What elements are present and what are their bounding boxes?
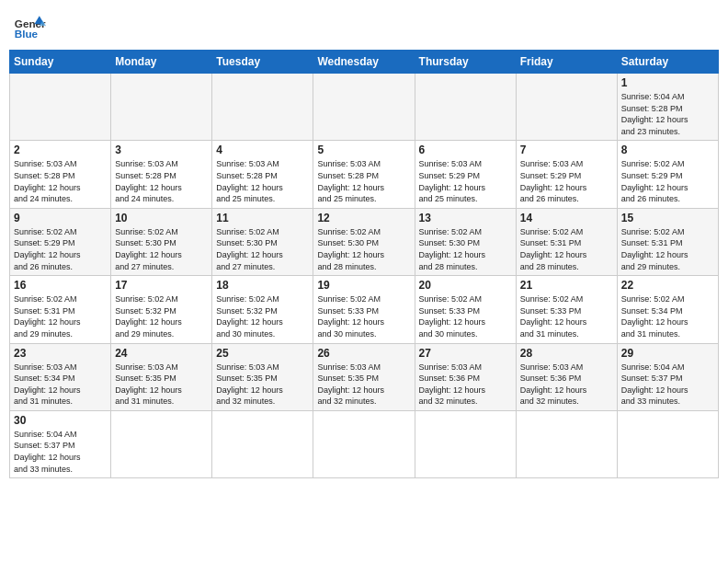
- day-number: 8: [621, 144, 714, 156]
- day-info: Sunrise: 5:04 AM Sunset: 5:37 PM Dayligh…: [621, 362, 714, 408]
- calendar-cell: 30Sunrise: 5:04 AM Sunset: 5:37 PM Dayli…: [10, 410, 111, 477]
- calendar-cell: 6Sunrise: 5:03 AM Sunset: 5:29 PM Daylig…: [415, 141, 516, 208]
- day-number: 5: [317, 144, 410, 156]
- day-info: Sunrise: 5:02 AM Sunset: 5:30 PM Dayligh…: [419, 226, 512, 272]
- calendar-cell: 1Sunrise: 5:04 AM Sunset: 5:28 PM Daylig…: [617, 74, 718, 141]
- day-info: Sunrise: 5:03 AM Sunset: 5:36 PM Dayligh…: [520, 362, 613, 408]
- day-info: Sunrise: 5:02 AM Sunset: 5:34 PM Dayligh…: [621, 293, 714, 339]
- calendar-table: SundayMondayTuesdayWednesdayThursdayFrid…: [9, 50, 719, 478]
- calendar-cell: 2Sunrise: 5:03 AM Sunset: 5:28 PM Daylig…: [10, 141, 111, 208]
- day-info: Sunrise: 5:03 AM Sunset: 5:35 PM Dayligh…: [317, 362, 410, 408]
- day-number: 16: [14, 279, 107, 292]
- calendar-cell: 13Sunrise: 5:02 AM Sunset: 5:30 PM Dayli…: [415, 208, 516, 275]
- calendar-week-2: 9Sunrise: 5:02 AM Sunset: 5:29 PM Daylig…: [10, 208, 719, 275]
- weekday-friday: Friday: [516, 51, 617, 74]
- day-number: 22: [621, 279, 714, 292]
- day-number: 6: [419, 144, 512, 156]
- logo-icon: General Blue: [13, 9, 46, 42]
- day-info: Sunrise: 5:03 AM Sunset: 5:29 PM Dayligh…: [520, 158, 613, 204]
- day-info: Sunrise: 5:02 AM Sunset: 5:30 PM Dayligh…: [317, 226, 410, 272]
- calendar-cell: 7Sunrise: 5:03 AM Sunset: 5:29 PM Daylig…: [516, 141, 617, 208]
- calendar-cell: 23Sunrise: 5:03 AM Sunset: 5:34 PM Dayli…: [10, 343, 111, 410]
- day-info: Sunrise: 5:04 AM Sunset: 5:37 PM Dayligh…: [14, 429, 107, 475]
- calendar-cell: 21Sunrise: 5:02 AM Sunset: 5:33 PM Dayli…: [516, 276, 617, 343]
- day-number: 14: [520, 212, 613, 224]
- day-info: Sunrise: 5:02 AM Sunset: 5:32 PM Dayligh…: [115, 293, 208, 339]
- calendar-cell: 9Sunrise: 5:02 AM Sunset: 5:29 PM Daylig…: [10, 208, 111, 275]
- calendar-header: SundayMondayTuesdayWednesdayThursdayFrid…: [10, 51, 719, 74]
- day-number: 4: [216, 144, 309, 156]
- calendar-cell: 24Sunrise: 5:03 AM Sunset: 5:35 PM Dayli…: [111, 343, 212, 410]
- calendar-week-3: 16Sunrise: 5:02 AM Sunset: 5:31 PM Dayli…: [10, 276, 719, 343]
- calendar-body: 1Sunrise: 5:04 AM Sunset: 5:28 PM Daylig…: [10, 74, 719, 478]
- day-number: 30: [14, 414, 107, 427]
- day-info: Sunrise: 5:03 AM Sunset: 5:29 PM Dayligh…: [419, 158, 512, 204]
- calendar-cell: 18Sunrise: 5:02 AM Sunset: 5:32 PM Dayli…: [212, 276, 313, 343]
- day-number: 18: [216, 279, 309, 292]
- day-info: Sunrise: 5:02 AM Sunset: 5:29 PM Dayligh…: [621, 158, 714, 204]
- day-info: Sunrise: 5:03 AM Sunset: 5:28 PM Dayligh…: [14, 158, 107, 204]
- day-info: Sunrise: 5:02 AM Sunset: 5:31 PM Dayligh…: [520, 226, 613, 272]
- calendar-cell: 25Sunrise: 5:03 AM Sunset: 5:35 PM Dayli…: [212, 343, 313, 410]
- calendar-cell: 3Sunrise: 5:03 AM Sunset: 5:28 PM Daylig…: [111, 141, 212, 208]
- day-number: 2: [14, 144, 107, 156]
- calendar-cell: 12Sunrise: 5:02 AM Sunset: 5:30 PM Dayli…: [313, 208, 415, 275]
- day-info: Sunrise: 5:02 AM Sunset: 5:32 PM Dayligh…: [216, 293, 309, 339]
- calendar-cell: 19Sunrise: 5:02 AM Sunset: 5:33 PM Dayli…: [313, 276, 415, 343]
- day-info: Sunrise: 5:03 AM Sunset: 5:35 PM Dayligh…: [115, 362, 208, 408]
- calendar-cell: [313, 410, 415, 477]
- calendar-cell: 26Sunrise: 5:03 AM Sunset: 5:35 PM Dayli…: [313, 343, 415, 410]
- day-number: 3: [115, 144, 208, 156]
- weekday-tuesday: Tuesday: [212, 51, 313, 74]
- day-number: 15: [621, 212, 714, 224]
- calendar-cell: [617, 410, 718, 477]
- day-info: Sunrise: 5:02 AM Sunset: 5:31 PM Dayligh…: [14, 293, 107, 339]
- day-number: 12: [317, 212, 410, 224]
- weekday-saturday: Saturday: [617, 51, 718, 74]
- day-number: 29: [621, 347, 714, 360]
- day-number: 27: [419, 347, 512, 360]
- day-info: Sunrise: 5:02 AM Sunset: 5:33 PM Dayligh…: [419, 293, 512, 339]
- day-number: 7: [520, 144, 613, 156]
- day-number: 20: [419, 279, 512, 292]
- day-info: Sunrise: 5:02 AM Sunset: 5:29 PM Dayligh…: [14, 226, 107, 272]
- calendar-cell: 4Sunrise: 5:03 AM Sunset: 5:28 PM Daylig…: [212, 141, 313, 208]
- calendar-cell: 10Sunrise: 5:02 AM Sunset: 5:30 PM Dayli…: [111, 208, 212, 275]
- calendar-cell: 27Sunrise: 5:03 AM Sunset: 5:36 PM Dayli…: [415, 343, 516, 410]
- calendar-cell: 11Sunrise: 5:02 AM Sunset: 5:30 PM Dayli…: [212, 208, 313, 275]
- day-number: 11: [216, 212, 309, 224]
- day-number: 26: [317, 347, 410, 360]
- day-info: Sunrise: 5:02 AM Sunset: 5:30 PM Dayligh…: [216, 226, 309, 272]
- day-info: Sunrise: 5:02 AM Sunset: 5:30 PM Dayligh…: [115, 226, 208, 272]
- weekday-header-row: SundayMondayTuesdayWednesdayThursdayFrid…: [10, 51, 719, 74]
- day-info: Sunrise: 5:03 AM Sunset: 5:35 PM Dayligh…: [216, 362, 309, 408]
- calendar-cell: [516, 410, 617, 477]
- calendar-week-1: 2Sunrise: 5:03 AM Sunset: 5:28 PM Daylig…: [10, 141, 719, 208]
- day-info: Sunrise: 5:03 AM Sunset: 5:34 PM Dayligh…: [14, 362, 107, 408]
- calendar-cell: 20Sunrise: 5:02 AM Sunset: 5:33 PM Dayli…: [415, 276, 516, 343]
- day-info: Sunrise: 5:03 AM Sunset: 5:28 PM Dayligh…: [216, 158, 309, 204]
- day-number: 24: [115, 347, 208, 360]
- weekday-wednesday: Wednesday: [313, 51, 415, 74]
- day-number: 21: [520, 279, 613, 292]
- calendar-cell: [10, 74, 111, 141]
- calendar-cell: [111, 74, 212, 141]
- day-info: Sunrise: 5:03 AM Sunset: 5:36 PM Dayligh…: [419, 362, 512, 408]
- day-number: 17: [115, 279, 208, 292]
- weekday-thursday: Thursday: [415, 51, 516, 74]
- calendar-week-5: 30Sunrise: 5:04 AM Sunset: 5:37 PM Dayli…: [10, 410, 719, 477]
- calendar-cell: 28Sunrise: 5:03 AM Sunset: 5:36 PM Dayli…: [516, 343, 617, 410]
- calendar-cell: [415, 74, 516, 141]
- day-number: 19: [317, 279, 410, 292]
- day-number: 1: [621, 76, 714, 89]
- day-info: Sunrise: 5:04 AM Sunset: 5:28 PM Dayligh…: [621, 91, 714, 137]
- calendar-week-0: 1Sunrise: 5:04 AM Sunset: 5:28 PM Daylig…: [10, 74, 719, 141]
- day-info: Sunrise: 5:02 AM Sunset: 5:33 PM Dayligh…: [520, 293, 613, 339]
- calendar-cell: [212, 74, 313, 141]
- day-number: 28: [520, 347, 613, 360]
- calendar-week-4: 23Sunrise: 5:03 AM Sunset: 5:34 PM Dayli…: [10, 343, 719, 410]
- calendar-cell: 14Sunrise: 5:02 AM Sunset: 5:31 PM Dayli…: [516, 208, 617, 275]
- logo: General Blue: [13, 9, 46, 42]
- calendar-cell: 17Sunrise: 5:02 AM Sunset: 5:32 PM Dayli…: [111, 276, 212, 343]
- day-info: Sunrise: 5:02 AM Sunset: 5:31 PM Dayligh…: [621, 226, 714, 272]
